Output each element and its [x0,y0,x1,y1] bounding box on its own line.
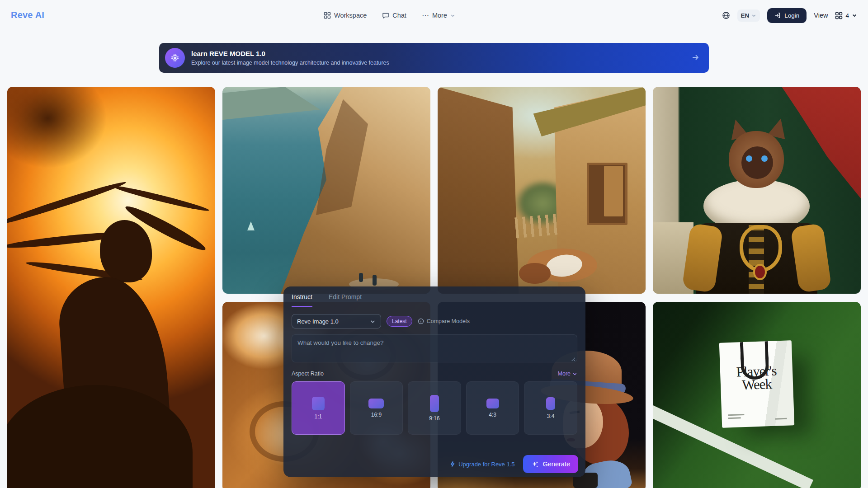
grid-layout-icon [835,12,843,19]
cat-eye-shape [746,155,752,162]
chat-bubble-icon [382,12,389,19]
shopping-bag-shape: Player's Week [719,340,794,427]
gallery-image-royal-cat[interactable] [653,87,861,294]
upgrade-label: Upgrade for Reve 1.5 [458,461,514,468]
swimmer-shape [359,273,363,282]
swimmer-shape [373,275,377,286]
ratio-shape-16-9 [368,399,384,408]
ratio-card-4-3[interactable]: 4:3 [466,381,519,435]
ratio-label: 16:9 [371,412,382,418]
bag-text: Player's Week [720,364,793,392]
globe-icon[interactable] [722,11,730,19]
prompt-wrap [292,334,577,364]
grid-count-label: 4 [845,12,849,19]
workspace-grid-icon [324,12,331,19]
main-nav: Workspace Chat ⋯ More [324,0,455,31]
ratio-card-9-16[interactable]: 9:16 [408,381,461,435]
nav-chat[interactable]: Chat [382,12,406,19]
nav-more-label: More [432,12,447,19]
ratio-shape-4-3 [486,399,499,408]
ratio-shape-1-1 [312,397,325,410]
top-navbar: Reve AI Workspace Chat [0,0,868,31]
panel-tabs: Instruct Edit Prompt [283,286,585,307]
banner-texts: learn REVE MODEL 1.0 Explore our latest … [191,50,389,66]
chip-icon [165,48,185,68]
chevron-down-icon [751,13,756,18]
ellipsis-icon: ⋯ [422,14,429,17]
aspect-ratio-label: Aspect Ratio [292,371,324,377]
announcement-banner[interactable]: learn REVE MODEL 1.0 Explore our latest … [159,43,709,73]
login-button[interactable]: Login [767,8,807,23]
chevron-down-icon [572,371,577,376]
panel-body: Reve Image 1.0 Latest Compare Models [283,307,585,435]
ratio-label: 3:4 [547,413,555,419]
login-label: Login [784,12,799,19]
bag-caption-line [728,417,741,419]
sailboat-shape [247,221,255,230]
banner-title: learn REVE MODEL 1.0 [191,50,389,57]
aspect-more-link[interactable]: More [558,371,577,377]
ratio-card-16-9[interactable]: 16:9 [350,381,403,435]
bag-text-line2: Week [721,377,793,392]
info-icon [418,318,424,324]
latest-badge: Latest [387,316,412,327]
pendant-shape [753,264,767,280]
login-icon [774,12,781,19]
generate-label: Generate [543,460,570,468]
aspect-row: Aspect Ratio More [292,371,577,377]
gallery-image-fire-silhouette[interactable] [7,87,215,488]
gallery-image-players-week-bag[interactable]: Player's Week [653,302,861,488]
chevron-down-icon [370,319,376,324]
gallery-image-village-dog[interactable] [438,87,646,294]
hair-strand-shape [7,179,127,228]
chevron-down-icon [852,13,857,18]
resize-handle[interactable] [571,357,575,361]
arrow-right-icon[interactable] [691,53,700,62]
grid-view-selector[interactable]: 4 [835,12,857,19]
silhouette-head-shape [100,220,152,282]
lightning-icon [449,461,456,467]
ratio-label: 4:3 [489,412,496,418]
chevron-down-icon [450,13,455,18]
logo[interactable]: Reve AI [11,10,44,20]
compare-models-link[interactable]: Compare Models [418,318,470,324]
gallery-image-coastal-cliff[interactable] [222,87,430,294]
ratio-shape-3-4 [546,397,555,410]
ratio-label: 1:1 [314,413,322,420]
tab-edit-prompt[interactable]: Edit Prompt [329,293,362,307]
ratio-card-3-4[interactable]: 3:4 [524,381,577,435]
upgrade-link[interactable]: Upgrade for Reve 1.5 [449,461,514,468]
sparkles-icon [531,460,539,468]
nav-workspace-label: Workspace [334,12,367,19]
cat-face-shape [741,146,773,179]
language-selector[interactable]: EN [737,9,760,22]
wooden-fence-shape [514,214,561,239]
ratio-label: 9:16 [429,415,439,422]
tab-instruct[interactable]: Instruct [292,293,312,307]
ratio-card-1-1[interactable]: 1:1 [292,381,345,435]
language-label: EN [741,12,750,19]
ratio-shape-9-16 [430,395,439,412]
generate-button[interactable]: Generate [523,455,578,473]
dog-head-shape [519,263,551,284]
banner-subtitle: Explore our latest image model technolog… [191,60,389,66]
prompt-input[interactable] [292,334,577,362]
fire-shadow-shape [7,87,107,168]
generation-panel: Instruct Edit Prompt Reve Image 1.0 Late… [283,286,585,477]
panel-footer: Upgrade for Reve 1.5 Generate [449,455,578,473]
view-label[interactable]: View [814,12,828,19]
model-select-value: Reve Image 1.0 [297,318,339,325]
model-select[interactable]: Reve Image 1.0 [292,314,381,328]
model-row: Reve Image 1.0 Latest Compare Models [292,314,577,328]
compare-models-label: Compare Models [427,318,470,324]
shutter-shape [604,166,623,216]
bag-caption-line [728,414,744,416]
ratio-cards: 1:1 16:9 9:16 4:3 3:4 [292,381,577,435]
nav-more[interactable]: ⋯ More [422,12,455,19]
page-background: Reve AI Workspace Chat [0,0,868,488]
navbar-right: EN Login View [722,0,858,31]
nav-chat-label: Chat [392,12,406,19]
aspect-more-label: More [558,371,571,377]
bag-caption-line [775,418,787,420]
nav-workspace[interactable]: Workspace [324,12,367,19]
